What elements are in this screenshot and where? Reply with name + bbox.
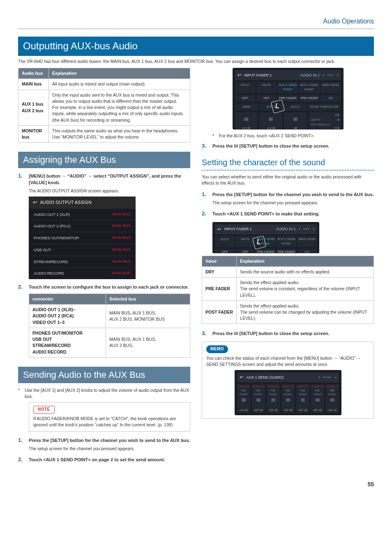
back-icon: ↩ [33, 199, 37, 206]
step-command: Press the [SETUP] button for the channel… [212, 192, 374, 198]
step-number: 2. [18, 456, 25, 464]
tab-solo: SOLO [235, 82, 256, 93]
screen-title: INPUT FADER 1 [244, 73, 272, 78]
strip-value: PRE FADER [299, 95, 320, 102]
tab-aux2-send: AUX 2 SEND POINT [277, 236, 296, 247]
table-row: PHONES OUT/MONITOR USB OUT STREAM/RECORD… [29, 328, 190, 357]
fader-strip: AUDIO IN 7/8PRE FADER-INF dB [326, 384, 339, 413]
step-command: Press the lit [SETUP] button to close th… [212, 143, 374, 150]
bus-exp: This outputs the same audio as what you … [49, 125, 190, 142]
input-fader-screenshot-1: ↩ INPUT FADER 1 AUDIO IN 1 ‹ ••• › SOLO … [233, 68, 344, 130]
value-name: PRE FADER [202, 278, 237, 301]
send-steps: 1. Press the [SETUP] button for the chan… [18, 437, 190, 464]
aux-send-screenshot: ↩ AUX 1 SEND (AUDIO) ‹ •••• › AUDIO IN 1… [235, 370, 341, 415]
screen-title: AUDIO OUTPUT ASSIGN [40, 200, 92, 206]
note-text: If AUDIO FADER/KNOB MODE is set to “CATC… [33, 416, 186, 428]
tab-mute: MUTE [235, 236, 255, 247]
character-heading: Setting the character of the sound [202, 157, 374, 171]
fader-strip: AUDIO IN 5PRE FADER-INF dB [296, 384, 309, 413]
fader-strip: AUDIO IN 2PRE FADER-INF dB [252, 384, 265, 413]
step-command: Touch the screen to configure the bus to… [29, 284, 190, 291]
step-subtext: The setup screen for the channel you pre… [212, 200, 374, 206]
screen-subtitle: AUDIO IN 1 [276, 227, 296, 232]
send-note-asterisk: * Use the [AUX 1] and [AUX 2] knobs to a… [18, 387, 190, 400]
strip-value: OFF [235, 249, 255, 253]
tab-solo: SOLO [215, 236, 235, 247]
connector-name: AUDIO OUT 1 (XLR)– AUDIO OUT 2 (RCA) VID… [29, 305, 106, 328]
step-number: 2. [18, 283, 25, 291]
note-box: NOTE If AUDIO FADER/KNOB MODE is set to … [29, 402, 190, 432]
bus-exp: Only the input audio sent to the AUX bus… [49, 90, 190, 125]
tab-aux2-send: AUX 2 SEND POINT [299, 82, 320, 93]
val-head-1: Value [202, 256, 237, 266]
fader-strip: AUDIO IN 4PRE FADER-INF dB [281, 384, 295, 413]
step-subtext: The AUDIO OUTPUT ASSIGN screen appears. [29, 188, 190, 194]
strip-value: PRE FADER [256, 249, 276, 253]
input-fader-screenshot-2: ↩ INPUT FADER 1 AUDIO IN 1 ‹ ••• › SOLO … [212, 222, 319, 253]
page-dots-icon: ••• [304, 227, 310, 232]
connector-name: PHONES OUT/MONITOR USB OUT STREAM/RECORD… [29, 328, 106, 357]
value-table: Value Explanation DRY Sends the source a… [202, 256, 374, 324]
bus-name: AUX 1 bus AUX 2 bus [18, 90, 49, 125]
touch-pointer-icon [270, 99, 284, 113]
memo-text: You can check the status of each channel… [206, 355, 369, 368]
fader-strip: AUDIO IN 3PRE FADER-INF dB [267, 384, 280, 413]
page-dots-icon: •••• [323, 375, 332, 380]
screen-title: INPUT FADER 1 [224, 227, 252, 232]
fader-strip: AUDIO IN 1PRE FADER-4.0 dB [237, 384, 250, 413]
conn-head-1: connector [29, 294, 106, 304]
bus-head-2: Explanation [49, 68, 190, 79]
step-number: 1. [18, 437, 25, 444]
aux2-note: * For the AUX 2 bus, touch <AUX 2 SEND P… [212, 133, 374, 139]
value-exp: Sends the effect-applied audio. The send… [237, 301, 374, 324]
fader: dB [284, 112, 307, 130]
tab-mute: MUTE [256, 82, 277, 93]
table-row: PRE FADER Sends the effect-applied audio… [202, 278, 374, 301]
page-number: 55 [18, 480, 374, 488]
back-icon: ↩ [240, 374, 243, 381]
step-number: 1. [18, 172, 25, 180]
value-name: DRY [202, 266, 237, 277]
strip-value: OFF [215, 249, 235, 253]
strip-value: OFF [235, 95, 256, 102]
memo-box: MEMO You can check the status of each ch… [202, 342, 374, 419]
bus-name: MONITOR bus [18, 125, 49, 142]
chevron-right-icon: › [313, 227, 314, 232]
table-row: AUDIO OUT 1 (XLR)– AUDIO OUT 2 (RCA) VID… [29, 305, 190, 328]
strip-value: ON [321, 95, 341, 102]
list-item: USB OUTMAIN BUS [29, 244, 136, 256]
table-row: POST FADER Sends the effect-applied audi… [202, 301, 374, 324]
label-echo-canceller: ECHO CANCELLER [308, 104, 341, 111]
memo-label: MEMO [206, 345, 228, 353]
screen-subtitle: AUDIO IN 1 [300, 73, 320, 78]
strip-value: ON [297, 249, 317, 253]
output-assign-screen: ↩ AUDIO OUTPUT ASSIGN AUDIO OUT 1 (XLR)M… [29, 197, 136, 279]
side-panel: ON -DEPTH 5 ANTI-FEEDBACK ON [309, 112, 341, 130]
label-main: MAIN [235, 104, 258, 111]
strip-value: OFF [256, 95, 277, 102]
value-exp: Sends the effect-applied audio. The send… [237, 278, 374, 301]
step-number: 3. [202, 330, 209, 338]
assign-heading: Assigning the AUX Bus [18, 152, 190, 168]
conn-head-2: Selected bus [106, 294, 190, 304]
chevron-right-icon: › [337, 73, 339, 78]
connector-table: connector Selected bus AUDIO OUT 1 (XLR)… [29, 294, 190, 358]
intro-text: The VR-6HD has four different audio buse… [18, 58, 374, 65]
label-aux2: AUX 2 [284, 104, 307, 111]
right-column: ↩ INPUT FADER 1 AUDIO IN 1 ‹ ••• › SOLO … [202, 68, 374, 468]
assign-steps: 1. [MENU] button → “AUDIO” → select “OUT… [18, 172, 190, 358]
table-row: MONITOR bus This outputs the same audio … [18, 125, 190, 142]
bus-name: MAIN bus [18, 79, 49, 90]
step-number: 3. [202, 142, 209, 150]
list-item: AUDIO OUT 2 (RCA)MAIN BUS [29, 220, 136, 232]
step-number: 2. [202, 210, 209, 218]
step-command: Touch <AUX 1 SEND POINT> to make that se… [212, 211, 374, 217]
bus-head-1: Audio bus [18, 68, 49, 79]
value-name: POST FADER [202, 301, 237, 324]
back-icon: ↩ [238, 72, 241, 79]
step-subtext: The setup screen for the channel you pre… [29, 446, 190, 452]
right-step3b: 3. Press the lit [SETUP] button to close… [202, 330, 374, 338]
audio-bus-table: Audio bus Explanation MAIN bus All input… [18, 68, 190, 143]
tab-main-send: MAIN SEND [297, 236, 317, 247]
step-command: Press the [SETUP] button for the channel… [29, 437, 190, 444]
